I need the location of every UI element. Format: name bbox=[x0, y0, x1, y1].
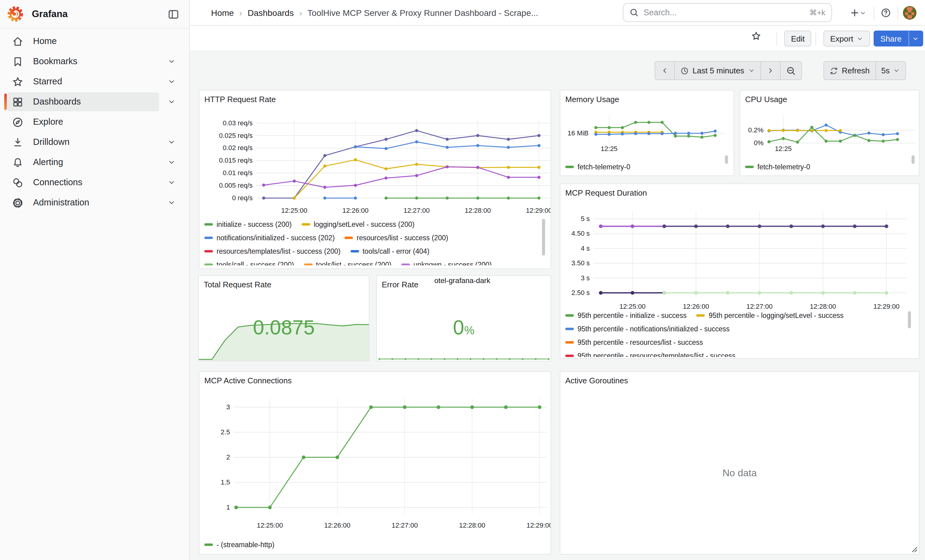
svg-text:12:25: 12:25 bbox=[775, 145, 792, 153]
refresh-controls: Refresh 5s bbox=[823, 61, 906, 80]
favorite-button[interactable] bbox=[751, 30, 762, 42]
user-avatar[interactable] bbox=[902, 5, 917, 21]
sidebar-item-alerting[interactable]: Alerting bbox=[0, 152, 190, 173]
legend-item[interactable]: 95th percentile - notifications/initiali… bbox=[565, 325, 729, 333]
refresh-button[interactable]: Refresh bbox=[824, 62, 876, 80]
zoom-out-button[interactable] bbox=[780, 62, 801, 80]
legend-item[interactable]: logging/setLevel - success (200) bbox=[301, 221, 414, 228]
time-forward-button[interactable] bbox=[761, 62, 780, 80]
legend-item[interactable]: fetch-telemetry-0 bbox=[565, 163, 630, 171]
sidebar-item-starred[interactable]: Starred bbox=[0, 72, 190, 92]
panel-title[interactable]: Active Goroutines bbox=[565, 376, 628, 385]
share-button[interactable]: Share bbox=[874, 30, 908, 47]
sidebar-item-dashboards[interactable]: Dashboards bbox=[0, 92, 190, 112]
panel-cpu-usage: CPU Usage 0.2%0%12:25 fetch-telemetry-0 bbox=[740, 90, 919, 176]
brand-title: Grafana bbox=[32, 9, 68, 20]
legend-item[interactable]: 95th percentile - logging/setLevel - suc… bbox=[696, 312, 844, 319]
panel-mcp-active-connections: MCP Active Connections 32.521.5112:25:00… bbox=[199, 371, 551, 554]
dock-sidebar-icon[interactable] bbox=[168, 9, 179, 20]
legend-item[interactable]: resources/list - success (200) bbox=[344, 234, 448, 242]
topbar-divider bbox=[874, 6, 874, 20]
legend-item[interactable]: 95th percentile - resources/list - succe… bbox=[565, 339, 703, 346]
add-button[interactable] bbox=[845, 5, 870, 21]
chevron-right-icon bbox=[766, 67, 774, 75]
svg-text:4.50 s: 4.50 s bbox=[571, 230, 590, 237]
time-range-picker[interactable]: Last 5 minutes bbox=[675, 62, 761, 80]
grafana-logo-icon[interactable] bbox=[8, 6, 23, 22]
breadcrumb-dashboards[interactable]: Dashboards bbox=[247, 8, 294, 18]
svg-text:12:28:00: 12:28:00 bbox=[459, 521, 485, 529]
svg-text:12:27:00: 12:27:00 bbox=[392, 521, 418, 529]
svg-text:0.025 req/s: 0.025 req/s bbox=[219, 132, 253, 140]
export-button[interactable]: Export bbox=[823, 30, 870, 47]
legend-item[interactable]: tools/list - success (200) bbox=[304, 261, 392, 265]
legend-scrollbar[interactable] bbox=[908, 311, 911, 328]
share-dropdown-button[interactable] bbox=[908, 30, 923, 47]
star-icon bbox=[751, 30, 762, 42]
sidebar-nav: Grafana Home Bookmarks Starred Dashboard… bbox=[0, 0, 190, 560]
mcp-request-duration-chart[interactable]: 5 s4.50 s4 s3.50 s3 s2.50 s12:25:0012:26… bbox=[560, 184, 919, 316]
svg-text:12:25:00: 12:25:00 bbox=[281, 207, 307, 214]
sidebar-item-drilldown[interactable]: Drilldown bbox=[0, 132, 190, 152]
svg-text:0.02 req/s: 0.02 req/s bbox=[223, 144, 253, 152]
breadcrumb-home[interactable]: Home bbox=[211, 8, 234, 18]
dashboards-grid-icon bbox=[12, 96, 24, 108]
search-shortcut: ⌘+k bbox=[809, 8, 825, 17]
chevron-down-icon[interactable] bbox=[168, 138, 176, 146]
dashboard-toolbar: Edit Export Share bbox=[190, 26, 925, 51]
mcp-active-connections-chart[interactable]: 32.521.5112:25:0012:26:0012:27:0012:28:0… bbox=[199, 372, 551, 536]
chevron-down-icon[interactable] bbox=[168, 98, 176, 106]
chevron-down-icon[interactable] bbox=[168, 78, 176, 86]
legend-item[interactable]: initialize - success (200) bbox=[204, 221, 292, 228]
panel-resize-handle[interactable] bbox=[911, 546, 917, 552]
legend-item[interactable]: resources/templates/list - success (200) bbox=[204, 248, 340, 255]
legend-item[interactable]: 95th percentile - initialize - success bbox=[565, 312, 687, 319]
svg-text:3.50 s: 3.50 s bbox=[571, 259, 590, 267]
panel-error-rate: Error Rate 0% bbox=[376, 275, 551, 361]
chevron-down-icon[interactable] bbox=[168, 158, 176, 166]
memory-legend: fetch-telemetry-0 bbox=[565, 160, 718, 175]
compass-icon bbox=[12, 116, 24, 128]
sidebar-item-administration[interactable]: Administration bbox=[0, 192, 190, 213]
breadcrumb: Home › Dashboards › ToolHive MCP Server … bbox=[211, 0, 538, 26]
memory-usage-chart[interactable]: 16 MiB12:25 bbox=[560, 90, 734, 159]
svg-text:0.01 req/s: 0.01 req/s bbox=[223, 169, 253, 177]
search-placeholder: Search... bbox=[643, 8, 804, 17]
search-icon bbox=[630, 8, 639, 17]
legend-scrollbar[interactable] bbox=[542, 219, 545, 255]
chevron-down-icon[interactable] bbox=[168, 57, 176, 65]
gear-icon bbox=[12, 197, 24, 209]
legend-item[interactable]: - (streamable-http) bbox=[204, 541, 274, 548]
time-back-button[interactable] bbox=[655, 62, 675, 80]
cpu-usage-chart[interactable]: 0.2%0%12:25 bbox=[740, 90, 919, 159]
sidebar-item-bookmarks[interactable]: Bookmarks bbox=[0, 51, 190, 72]
time-controls: Last 5 minutes bbox=[655, 61, 802, 80]
grafana-app: Home › Dashboards › ToolHive MCP Server … bbox=[0, 0, 925, 560]
legend-scrollbar[interactable] bbox=[911, 155, 914, 164]
legend-item[interactable]: fetch-telemetry-0 bbox=[745, 163, 810, 171]
http-request-rate-chart[interactable]: 0.03 req/s0.025 req/s0.02 req/s0.015 req… bbox=[199, 90, 551, 231]
sidebar-item-connections[interactable]: Connections bbox=[0, 173, 190, 192]
svg-text:3: 3 bbox=[226, 403, 230, 411]
legend-item[interactable]: tools/call - success (200) bbox=[204, 261, 294, 265]
breadcrumb-separator-icon: › bbox=[240, 8, 242, 17]
http-legend: initialize - success (200) logging/setLe… bbox=[204, 218, 542, 265]
legend-item[interactable]: tools/call - error (404) bbox=[350, 248, 429, 255]
legend-item[interactable]: unknown - success (200) bbox=[401, 261, 492, 265]
chevron-down-icon[interactable] bbox=[168, 199, 176, 207]
legend-item[interactable]: 95th percentile - resources/templates/li… bbox=[565, 352, 735, 357]
chevron-down-icon bbox=[856, 35, 863, 42]
sidebar-item-explore[interactable]: Explore bbox=[0, 112, 190, 132]
chevron-down-icon bbox=[859, 9, 866, 16]
legend-scrollbar[interactable] bbox=[725, 155, 728, 164]
panel-mcp-request-duration: MCP Request Duration 5 s4.50 s4 s3.50 s3… bbox=[560, 183, 919, 359]
edit-button[interactable]: Edit bbox=[784, 30, 812, 47]
legend-item[interactable]: notifications/initialized - success (202… bbox=[204, 234, 334, 242]
refresh-interval-button[interactable]: 5s bbox=[876, 62, 905, 80]
panel-active-goroutines: Active Goroutines No data bbox=[560, 371, 919, 554]
sidebar-item-home[interactable]: Home bbox=[0, 31, 190, 51]
search-input[interactable]: Search... ⌘+k bbox=[623, 3, 832, 22]
chevron-down-icon[interactable] bbox=[168, 179, 176, 186]
help-button[interactable] bbox=[878, 5, 894, 21]
svg-text:12:29:00: 12:29:00 bbox=[526, 521, 551, 529]
